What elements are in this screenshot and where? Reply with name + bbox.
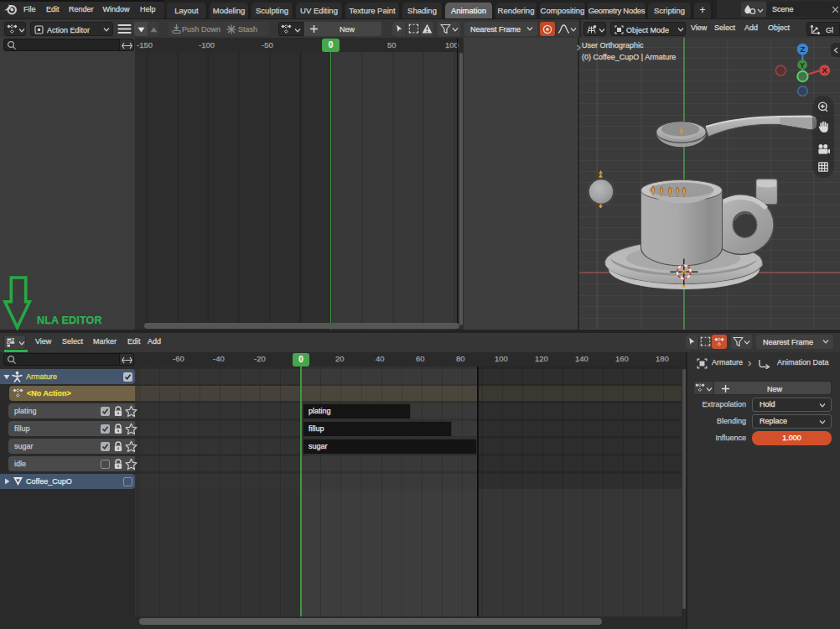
svg-text:X: X xyxy=(822,65,828,75)
svg-text:Z: Z xyxy=(800,44,805,54)
svg-text:Y: Y xyxy=(800,61,805,70)
